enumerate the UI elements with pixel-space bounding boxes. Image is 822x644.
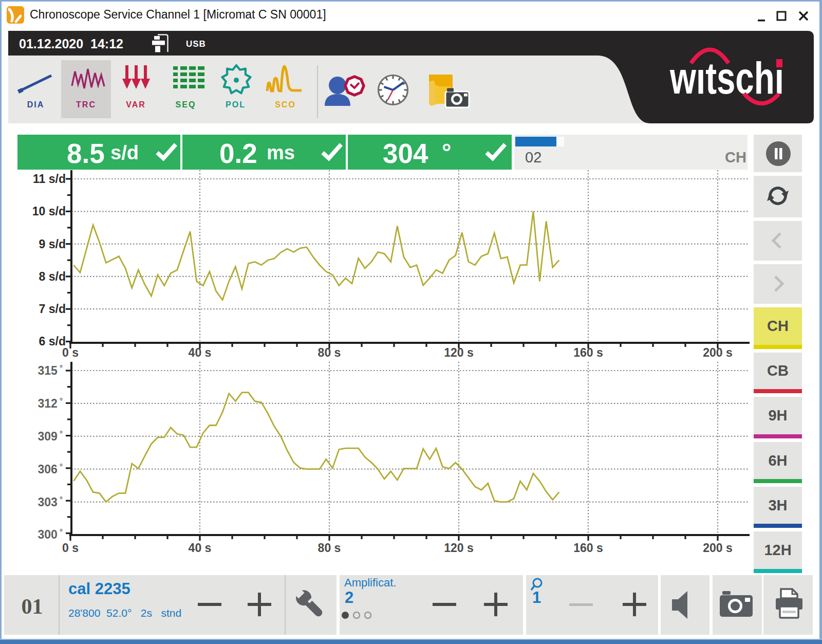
svg-text:7 s/d: 7 s/d	[39, 302, 66, 316]
svg-text:0 s: 0 s	[62, 541, 79, 555]
svg-text:120 s: 120 s	[444, 346, 474, 359]
svg-text:300 °: 300 °	[38, 527, 63, 541]
svg-text:40 s: 40 s	[189, 541, 212, 555]
svg-text:6 s/d: 6 s/d	[39, 335, 66, 348]
svg-text:120 s: 120 s	[444, 541, 474, 555]
svg-text:160 s: 160 s	[573, 541, 603, 555]
svg-text:80 s: 80 s	[318, 346, 341, 359]
svg-text:312 °: 312 °	[38, 396, 63, 410]
svg-text:8 s/d: 8 s/d	[39, 270, 66, 283]
svg-text:200 s: 200 s	[703, 541, 733, 555]
svg-text:200 s: 200 s	[703, 346, 733, 359]
svg-text:10 s/d: 10 s/d	[32, 205, 66, 218]
svg-text:9 s/d: 9 s/d	[39, 237, 66, 251]
svg-text:11 s/d: 11 s/d	[33, 172, 66, 186]
svg-text:309 °: 309 °	[38, 429, 63, 443]
svg-text:80 s: 80 s	[318, 541, 341, 555]
svg-text:40 s: 40 s	[189, 346, 212, 359]
svg-text:315 °: 315 °	[38, 363, 63, 377]
svg-text:160 s: 160 s	[573, 346, 603, 359]
svg-text:306 °: 306 °	[38, 462, 63, 476]
svg-text:303 °: 303 °	[38, 495, 63, 509]
